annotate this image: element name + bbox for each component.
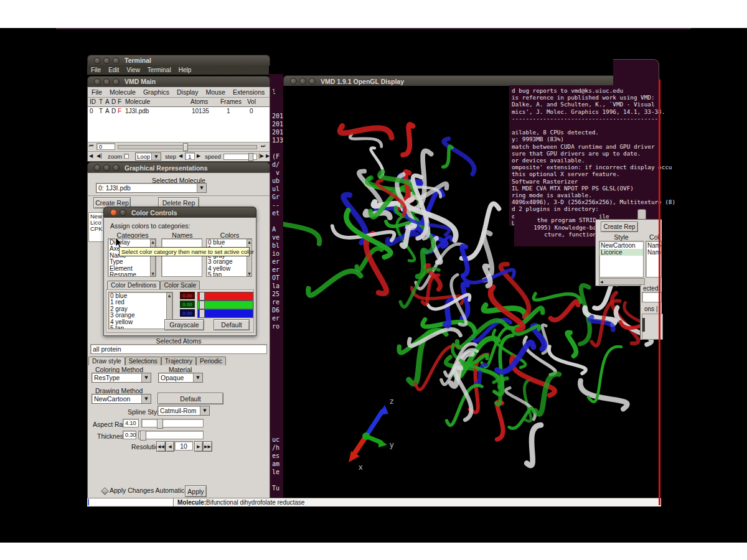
resolution-increment[interactable]: ▶ [194, 441, 203, 452]
category-item[interactable]: Resname [110, 272, 154, 277]
last-frame-button[interactable]: ⏭ [261, 143, 265, 149]
selected-molecule-dropdown[interactable]: 0: 1J3I.pdb ▼ [96, 183, 207, 193]
red-slider-track[interactable] [197, 292, 253, 301]
aspect-ratio-slider[interactable] [141, 419, 204, 427]
grayscale-button[interactable]: Grayscale [164, 319, 204, 330]
aspect-ratio-entry[interactable]: 4.10 [123, 419, 139, 427]
thickness-thumb[interactable] [140, 431, 146, 441]
minimize-icon[interactable] [103, 57, 110, 64]
tab-periodic[interactable]: Periodic [196, 357, 226, 365]
scroll-up-icon[interactable]: ▲ [151, 240, 154, 244]
green-slider-track[interactable] [197, 301, 253, 309]
style-listbox[interactable]: NewCartoon Licorice [599, 241, 644, 278]
resolution-decrement[interactable]: ◀ [166, 441, 174, 452]
close-icon[interactable] [110, 209, 117, 216]
style-item[interactable]: NewCartoon [601, 242, 643, 249]
maximize-icon[interactable] [113, 57, 120, 64]
aspect-ratio-thumb[interactable] [157, 419, 163, 429]
terminal-menu-view[interactable]: View [123, 67, 144, 73]
reverse-step-button[interactable]: ◀| [96, 153, 102, 159]
minimize-icon[interactable] [103, 78, 110, 85]
material-dropdown[interactable]: Opaque ▼ [158, 373, 203, 383]
definition-item[interactable]: 5 tan [110, 325, 171, 329]
tab-color-scale[interactable]: Color Scale [160, 281, 200, 289]
blue-slider-thumb[interactable] [199, 309, 205, 318]
loop-dropdown[interactable]: Loop ▼ [135, 152, 161, 161]
categories-scrollbar[interactable]: ▲▼ [150, 239, 156, 276]
selected-atoms-input[interactable]: all protein [90, 344, 267, 354]
menu-display[interactable]: Display [173, 88, 202, 96]
vmd-main-titlebar[interactable]: VMD Main [87, 76, 270, 87]
default-button[interactable]: Default [157, 393, 223, 404]
colors-scrollbar[interactable]: ▲▼ [247, 239, 252, 276]
terminal-menu-file[interactable]: File [87, 67, 105, 73]
menu-graphics[interactable]: Graphics [139, 88, 173, 96]
minimize-icon[interactable] [120, 209, 126, 216]
thickness-slider[interactable] [138, 431, 204, 439]
apply-button[interactable]: Apply [185, 485, 207, 497]
scroll-up-icon[interactable]: ▲ [248, 240, 251, 244]
step-entry[interactable]: 1 [185, 152, 195, 160]
create-rep-button-2[interactable]: Create Rep [601, 222, 638, 232]
minimize-icon[interactable] [299, 78, 306, 85]
blue-slider-track[interactable] [197, 309, 253, 318]
status-input[interactable] [88, 499, 172, 505]
row-a[interactable]: A [105, 108, 110, 114]
terminal-titlebar[interactable]: Terminal [87, 55, 270, 66]
style-hscrollbar[interactable]: ◀ [599, 278, 645, 285]
maximize-icon[interactable] [113, 78, 120, 85]
row-d[interactable]: D [111, 108, 116, 114]
apply-auto-label[interactable]: Apply Changes Automatically [110, 487, 194, 494]
resolution-entry[interactable]: 10 [174, 441, 193, 450]
menu-file[interactable]: File [88, 88, 106, 96]
default-colors-button[interactable]: Default [214, 319, 250, 330]
tab-selections[interactable]: Selections [125, 357, 161, 365]
menu-extensions[interactable]: Extensions [229, 88, 268, 96]
style-item-selected[interactable]: Licorice [599, 249, 643, 256]
speed-slider-thumb[interactable] [248, 153, 253, 161]
row-t[interactable]: T [99, 108, 103, 114]
minimize-icon[interactable] [103, 164, 110, 171]
row-f[interactable]: F [118, 108, 121, 114]
close-icon[interactable] [290, 78, 297, 85]
auto-apply-indicator-icon[interactable] [101, 487, 109, 495]
spline-style-dropdown[interactable]: Catmull-Rom ▼ [157, 406, 210, 416]
scroll-left-icon[interactable]: ◀ [600, 279, 603, 284]
forward-step-button[interactable]: |▶ [258, 153, 264, 159]
red-slider-thumb[interactable] [199, 292, 205, 301]
drawing-method-dropdown[interactable]: NewCartoon ▼ [92, 394, 151, 404]
terminal-menu-terminal[interactable]: Terminal [144, 67, 175, 73]
menu-mouse[interactable]: Mouse [202, 88, 229, 96]
scroll-up-icon[interactable]: ▲ [168, 293, 171, 297]
color-item[interactable]: 5 tan [208, 272, 250, 277]
colors-listbox[interactable]: 0 blue 1 red 2 gray 3 orange 4 yellow 5 … [206, 238, 252, 277]
tab-color-definitions[interactable]: Color Definitions [107, 281, 160, 289]
scroll-down-icon[interactable]: ▼ [248, 271, 251, 276]
step-decrement[interactable]: ◀ [179, 153, 182, 159]
close-icon[interactable] [94, 78, 101, 85]
frame-entry[interactable]: 0 [96, 143, 115, 150]
tab-trajectory[interactable]: Trajectory [161, 357, 196, 365]
close-icon[interactable] [94, 164, 101, 171]
maximize-icon[interactable] [113, 164, 120, 171]
thickness-entry[interactable]: 0.30 [123, 431, 136, 439]
close-icon[interactable] [94, 57, 101, 64]
frame-slider-thumb[interactable] [183, 143, 188, 151]
terminal-menu-edit[interactable]: Edit [105, 67, 123, 73]
names-listbox[interactable] [161, 238, 202, 277]
first-frame-button[interactable]: ⏮ [89, 143, 93, 149]
tab-draw-style[interactable]: Draw style [88, 357, 125, 365]
zoom-checkbox[interactable] [124, 154, 129, 159]
terminal-menu-help[interactable]: Help [175, 67, 195, 73]
menu-molecule[interactable]: Molecule [106, 88, 139, 96]
step-increment[interactable]: ▶ [197, 153, 200, 159]
resolution-fast-increment[interactable]: ▶▶ [203, 441, 212, 452]
forward-play-button[interactable]: ▶ [266, 153, 270, 159]
green-slider-thumb[interactable] [199, 301, 205, 309]
coloring-method-dropdown[interactable]: ResType ▼ [92, 373, 151, 383]
maximize-icon[interactable] [309, 78, 316, 85]
scroll-down-icon[interactable]: ▼ [151, 271, 154, 276]
resolution-fast-decrement[interactable]: ◀◀ [156, 441, 166, 452]
rep-list-fragment[interactable]: New Lico CPK [88, 212, 104, 242]
reverse-play-button[interactable]: ◀ [89, 153, 93, 159]
